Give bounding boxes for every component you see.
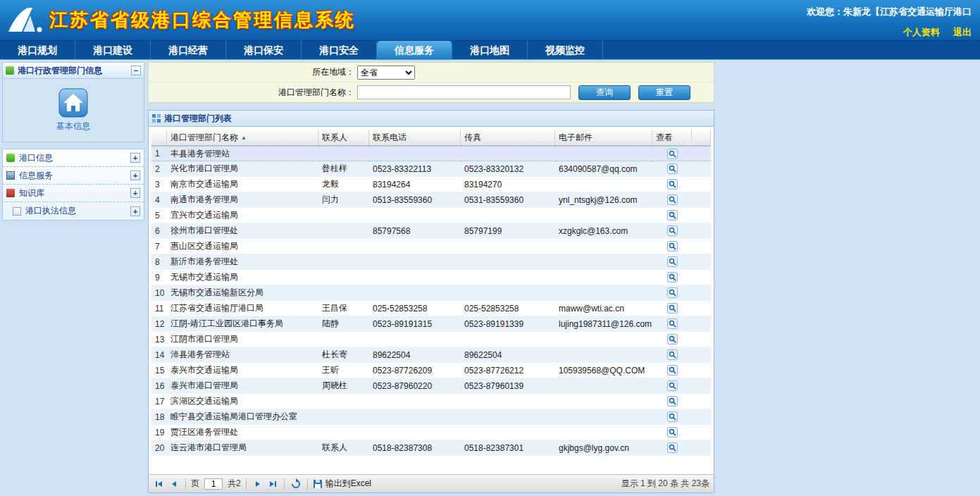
table-row[interactable]: 6徐州市港口管理处8579756885797199xzgkglc@163.com [151,223,711,239]
column-header-4[interactable]: 传真 [461,130,555,146]
pager-separator [185,478,186,490]
export-excel-button[interactable]: 输出到Excel [313,478,371,490]
view-record-icon[interactable] [667,380,678,391]
expand-button[interactable]: + [130,153,140,163]
nav-tab-3[interactable]: 港口经营 [151,41,226,59]
column-header-6[interactable]: 查看 [652,130,692,146]
sidebar-panel-header[interactable]: 港口行政管理部门信息 − [2,62,144,79]
search-form: 所在地域： 全省 港口管理部门名称： 查询 重置 [148,62,714,103]
dept-name-cell: 丰县港务管理站 [167,146,318,161]
refresh-button[interactable] [290,478,302,490]
view-record-icon[interactable] [667,334,678,345]
table-row[interactable]: 17滨湖区交通运输局 [151,394,711,409]
reset-button[interactable]: 重置 [638,85,690,100]
sidebar-item-3[interactable]: 知识库+ [3,185,144,202]
table-row[interactable]: 1丰县港务管理站 [151,146,711,161]
view-record-icon[interactable] [667,349,678,360]
home-icon[interactable] [58,88,88,118]
pager-separator [284,478,285,490]
view-record-icon[interactable] [667,194,678,205]
table-row[interactable]: 12江阴-靖江工业园区港口事务局陆静0523-891913150523-8919… [151,316,711,332]
email-cell [555,285,652,301]
table-row[interactable]: 19贾汪区港务管理处 [151,425,711,440]
table-row[interactable]: 2兴化市港口管理局昝桂样0523-833221130523-8332013263… [151,161,711,177]
profile-link[interactable]: 个人资料 [903,27,940,37]
table-row[interactable]: 3南京市交通运输局龙毅8319426483194270 [151,177,711,192]
first-page-button[interactable] [153,478,166,490]
view-record-icon[interactable] [667,287,678,298]
view-cell [652,378,692,394]
view-record-icon[interactable] [667,163,678,174]
view-record-icon[interactable] [667,411,678,422]
nav-tab-5[interactable]: 港口安全 [302,41,377,59]
table-row[interactable]: 14沛县港务管理站杜长寄8962250489622504 [151,347,711,363]
view-cell [652,239,692,254]
prev-page-button[interactable] [168,478,180,490]
basic-info-link[interactable]: 基本信息 [56,120,90,132]
collapse-button[interactable]: − [131,66,141,75]
view-record-icon[interactable] [667,179,678,190]
header-right: 欢迎您：朱新龙【江苏省交通运输厅港口 个人资料 退出 [807,6,972,39]
column-header-3[interactable]: 联系电话 [369,130,461,146]
table-row[interactable]: 5宜兴市交通运输局 [151,208,711,223]
expand-button[interactable]: + [130,170,140,180]
table-row[interactable]: 13江阴市港口管理局 [151,332,711,347]
column-header-1[interactable]: 港口管理部门名称▲ [167,130,318,146]
view-record-icon[interactable] [667,149,678,159]
nav-tab-2[interactable]: 港口建设 [75,41,151,59]
view-record-icon[interactable] [667,442,678,453]
table-row[interactable]: 15泰兴市交通运输局王昕0523-877262090523-8772621210… [151,363,711,378]
fax-cell [461,332,555,347]
view-cell [652,409,692,425]
fax-cell [461,239,555,254]
view-record-icon[interactable] [667,241,678,252]
dept-name-input[interactable] [357,85,571,99]
table-row[interactable]: 4南通市港务管理局闫力0513-835593600531-83559360ynl… [151,192,711,208]
table-row[interactable]: 16泰兴市港口管理局周晓柱0523-879602200523-87960139 [151,378,711,394]
view-record-icon[interactable] [667,427,678,438]
view-record-icon[interactable] [667,365,678,376]
view-record-icon[interactable] [667,318,678,329]
nav-tab-7[interactable]: 港口地图 [452,41,528,59]
view-record-icon[interactable] [667,225,678,236]
view-record-icon[interactable] [667,272,678,283]
expand-button[interactable]: + [130,206,140,216]
sidebar-item-1[interactable]: 港口信息+ [3,149,144,167]
email-cell [555,332,652,347]
email-cell [555,177,652,192]
table-row[interactable]: 9无锡市交通运输局 [151,270,711,285]
dept-name-cell: 徐州市港口管理处 [167,223,318,239]
table-row[interactable]: 18睢宁县交通运输局港口管理办公室 [151,409,711,425]
next-page-button[interactable] [252,478,264,490]
query-button[interactable]: 查询 [578,85,631,100]
view-record-icon[interactable] [667,303,678,314]
email-cell [555,208,652,223]
table-row[interactable]: 8新沂市港务管理处 [151,254,711,270]
view-record-icon[interactable] [667,256,678,267]
row-number: 10 [151,285,167,301]
page-input[interactable] [204,478,223,490]
logout-link[interactable]: 退出 [953,27,972,37]
table-row[interactable]: 7惠山区交通运输局 [151,239,711,254]
view-record-icon[interactable] [667,396,678,407]
last-page-button[interactable] [266,478,279,490]
column-header-5[interactable]: 电子邮件 [555,130,652,146]
view-record-icon[interactable] [667,210,678,221]
row-number: 11 [151,301,167,316]
expand-button[interactable]: + [130,188,140,198]
contact-cell [318,270,369,285]
grid-body: 1丰县港务管理站 2兴化市港口管理局昝桂样0523-833221130523-8… [151,146,711,456]
column-header-2[interactable]: 联系人 [318,130,369,146]
nav-tab-1[interactable]: 港口规划 [0,41,75,59]
save-disk-icon [313,479,323,489]
sidebar-item-4[interactable]: 港口执法信息+ [3,202,144,220]
nav-tab-4[interactable]: 港口保安 [226,41,302,59]
table-row[interactable]: 20连云港市港口管理局联系人0518-823873080518-82387301… [151,440,711,456]
table-row[interactable]: 11江苏省交通运输厅港口局王昌保025-52853258025-52853258… [151,301,711,316]
phone-cell [369,254,461,270]
table-row[interactable]: 10无锡市交通运输新区分局 [151,285,711,301]
nav-tab-6[interactable]: 信息服务 [377,41,452,59]
nav-tab-8[interactable]: 视频监控 [528,41,603,59]
region-select[interactable]: 全省 [357,66,415,80]
sidebar-item-2[interactable]: 信息服务+ [3,167,144,185]
